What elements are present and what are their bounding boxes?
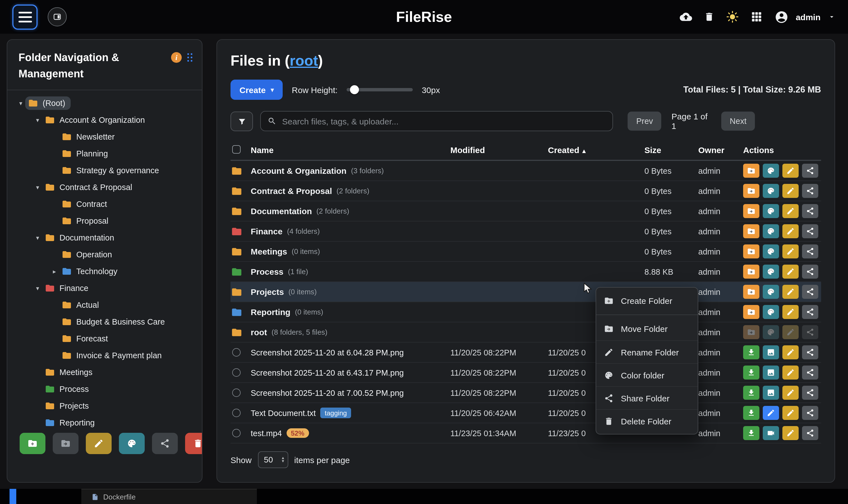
column-header-owner[interactable]: Owner (698, 145, 743, 155)
rename-button[interactable] (782, 305, 799, 319)
slider-thumb[interactable] (350, 85, 359, 94)
folder-tree-item[interactable]: Proposal (7, 213, 202, 229)
folder-tree-item[interactable]: ▸Technology (7, 263, 202, 280)
share-button[interactable] (802, 184, 818, 198)
rename-button[interactable] (782, 224, 799, 238)
move-folder-button[interactable] (743, 285, 759, 299)
share-button[interactable] (802, 325, 818, 339)
row-checkbox[interactable] (232, 368, 241, 377)
row-height-slider[interactable] (347, 88, 413, 91)
row-checkbox[interactable] (232, 348, 241, 357)
share-folder-button[interactable] (152, 433, 178, 454)
upload-cloud-icon[interactable] (680, 11, 692, 23)
folder-tree-item[interactable]: Projects (7, 397, 202, 414)
share-button[interactable] (802, 164, 818, 178)
share-button[interactable] (802, 285, 818, 299)
folder-tree-item[interactable]: Forecast (7, 330, 202, 347)
column-header-name[interactable]: Name (251, 145, 450, 155)
drag-handle-icon[interactable] (187, 53, 193, 62)
move-folder-button[interactable] (743, 265, 759, 278)
tree-caret-icon[interactable]: ▾ (16, 100, 25, 107)
share-button[interactable] (802, 224, 818, 238)
color-folder-button[interactable] (763, 245, 779, 258)
tree-caret-icon[interactable]: ▸ (50, 268, 59, 275)
folder-tree-item[interactable]: Process (7, 381, 202, 397)
move-folder-button[interactable] (743, 184, 759, 198)
create-folder-button[interactable] (20, 433, 46, 454)
folder-tree-item[interactable]: ▾Finance (7, 280, 202, 296)
share-button[interactable] (802, 406, 818, 420)
column-header-size[interactable]: Size (644, 145, 698, 155)
color-folder-button[interactable] (763, 164, 779, 178)
rename-button[interactable] (782, 325, 799, 339)
tree-caret-icon[interactable]: ▾ (33, 234, 42, 241)
page-size-select[interactable]: 50 ▴▾ (258, 451, 288, 468)
folder-row[interactable]: Process(1 file)8.88 KBadmin (230, 262, 821, 282)
edit-file-button[interactable] (763, 406, 779, 420)
share-button[interactable] (802, 386, 818, 400)
folder-tree-item[interactable]: Operation (7, 246, 202, 263)
preview-image-button[interactable] (763, 345, 779, 359)
share-button[interactable] (802, 426, 818, 440)
rename-button[interactable] (782, 285, 799, 299)
color-folder-button[interactable] (763, 285, 779, 299)
color-folder-button[interactable] (763, 265, 779, 278)
move-folder-button[interactable] (743, 224, 759, 238)
color-folder-button[interactable] (763, 325, 779, 339)
download-button[interactable] (743, 386, 759, 400)
color-folder-button[interactable] (763, 224, 779, 238)
rename-button[interactable] (782, 365, 799, 380)
rename-button[interactable] (782, 345, 799, 359)
folder-tree-item[interactable]: ▾Documentation (7, 229, 202, 246)
folder-tree-item[interactable]: Contract (7, 196, 202, 213)
menu-item-color-folder[interactable]: Color folder (596, 363, 698, 386)
preview-image-button[interactable] (763, 386, 779, 400)
move-folder-button[interactable] (743, 164, 759, 178)
next-button[interactable]: Next (721, 111, 755, 131)
create-button[interactable]: Create▾ (230, 79, 283, 100)
folder-tree-item[interactable]: Invoice & Payment plan (7, 347, 202, 364)
rename-folder-button[interactable] (86, 433, 112, 454)
download-button[interactable] (743, 406, 759, 420)
user-avatar-icon[interactable] (775, 10, 789, 24)
color-folder-button[interactable] (119, 433, 145, 454)
folder-row[interactable]: Contract & Proposal(2 folders)0 Bytesadm… (230, 181, 821, 201)
folder-row[interactable]: Finance(4 folders)0 Bytesadmin (230, 221, 821, 241)
share-button[interactable] (802, 365, 818, 380)
column-header-created[interactable]: Created ▲ (548, 145, 644, 155)
column-header-actions[interactable]: Actions (743, 145, 821, 155)
row-checkbox[interactable] (232, 389, 241, 397)
color-folder-button[interactable] (763, 184, 779, 198)
download-button[interactable] (743, 365, 759, 380)
rename-button[interactable] (782, 406, 799, 420)
rename-button[interactable] (782, 164, 799, 178)
folder-tree-item[interactable]: Planning (7, 145, 202, 162)
folder-tree-item[interactable]: Meetings (7, 364, 202, 381)
trash-icon[interactable] (704, 11, 714, 23)
search-box[interactable] (260, 111, 613, 131)
folder-tree-item[interactable]: ▾Contract & Proposal (7, 179, 202, 196)
root-link[interactable]: root (290, 52, 318, 69)
folder-row[interactable]: Account & Organization(3 folders)0 Bytes… (230, 161, 821, 181)
share-button[interactable] (802, 305, 818, 319)
file-row[interactable]: Screenshot 2025-11-20 at 6.43.17 PM.png1… (230, 363, 821, 383)
folder-row[interactable]: Meetings(0 items)0 Bytesadmin (230, 241, 821, 262)
move-folder-button[interactable] (743, 325, 759, 339)
folder-row[interactable]: Reporting(0 items)admin (230, 302, 821, 322)
share-button[interactable] (802, 345, 818, 359)
row-checkbox[interactable] (232, 409, 241, 417)
tree-caret-icon[interactable]: ▾ (33, 116, 42, 124)
menu-item-move-folder[interactable]: Move Folder (596, 317, 698, 340)
download-button[interactable] (743, 345, 759, 359)
delete-folder-button[interactable] (185, 433, 202, 454)
rename-button[interactable] (782, 245, 799, 258)
move-folder-button[interactable] (53, 433, 78, 454)
prev-button[interactable]: Prev (628, 111, 661, 131)
menu-item-rename-folder[interactable]: Rename Folder (596, 340, 698, 363)
rename-button[interactable] (782, 386, 799, 400)
color-folder-button[interactable] (763, 204, 779, 218)
folder-tree-item[interactable]: Newsletter (7, 128, 202, 145)
filter-button[interactable] (230, 111, 253, 131)
folder-tree-item[interactable]: Strategy & governance (7, 162, 202, 179)
share-button[interactable] (802, 245, 818, 258)
